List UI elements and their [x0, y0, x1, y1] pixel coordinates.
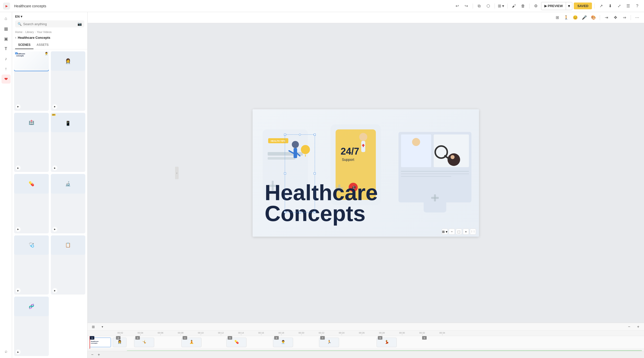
ruler-mark-4: 00:10 — [191, 332, 211, 335]
scene-play-1[interactable]: ▶ — [16, 104, 21, 109]
ruler-mark-5: 00:12 — [211, 332, 231, 335]
scene-thumb-4[interactable]: 24/7 📱 ▶ — [51, 113, 86, 172]
grid-view-toggle[interactable]: ⊞ ▾ — [442, 229, 448, 235]
share-button[interactable]: ↗ — [597, 2, 605, 10]
ruler-mark-11: 00:24 — [332, 332, 352, 335]
search-icon: 🔍 — [18, 22, 22, 26]
sidebar-item-home[interactable]: ⌂ — [2, 14, 11, 23]
camera-icon[interactable]: 📷 — [77, 22, 82, 26]
music-track-bar[interactable] — [127, 350, 642, 351]
sidebar-item-media[interactable]: ▣ — [2, 34, 11, 43]
scene-thumb-1[interactable]: Healthcareconcepts ▶ 👨‍⚕️ ▶ — [14, 51, 49, 111]
ruler-mark-0: 00:02 — [110, 332, 130, 335]
main-layout: ⌂ ▦ ▣ T ♪ ↑ ❤ ⌕ EN ▾ 🔍 📷 Home › Library … — [0, 12, 644, 358]
forward-button[interactable]: ⇒ — [621, 14, 628, 21]
scene-thumb-7[interactable]: 🩺 ▶ — [14, 235, 49, 295]
scene-play-3[interactable]: ▶ — [16, 165, 21, 170]
duplicate-button[interactable]: ⧉ — [475, 2, 483, 10]
pan-button[interactable]: ✥ — [612, 14, 619, 21]
scenes-grid: Healthcareconcepts ▶ 👨‍⚕️ ▶ 👩‍⚕️ ▶ — [12, 49, 87, 358]
scene-play-5[interactable]: ▶ — [16, 227, 21, 232]
timeline-add-button[interactable]: − — [625, 323, 633, 331]
canvas[interactable]: HEALTH TIPS 24/7 — [253, 109, 479, 237]
remove-scene-button[interactable]: − — [90, 352, 95, 357]
transition-button[interactable]: ⇥ — [602, 14, 610, 21]
timeline-grid-button[interactable]: ⊞ — [90, 323, 97, 331]
timeline-bottom-row: − + — [88, 351, 644, 358]
settings-button[interactable]: ⚙ — [532, 2, 540, 10]
scene-play-4[interactable]: ▶ — [52, 165, 57, 170]
canvas-title-line1: Healthcare — [265, 182, 378, 203]
timeline-scenes-row: Healthcareconcepts 👩‍⚕️ 1 2 � — [88, 336, 644, 349]
tab-scenes[interactable]: SCENES — [15, 41, 33, 49]
scene-thumb-9[interactable]: 🧬 ▶ — [14, 297, 49, 356]
fit-button[interactable]: ⬚ — [456, 229, 462, 235]
scene-thumb-2[interactable]: 👩‍⚕️ ▶ — [51, 51, 86, 111]
preview-main-button[interactable]: ▶ PREVIEW — [541, 2, 566, 10]
sidebar-item-search[interactable]: ⌕ — [2, 347, 11, 356]
ruler-marks: 00:02 00:04 00:06 00:08 00:10 — [110, 332, 452, 335]
help-button[interactable]: ? — [633, 2, 641, 10]
layers-button[interactable]: ⊞ ▾ — [497, 2, 505, 10]
breadcrumb-library[interactable]: Library — [25, 30, 34, 33]
lang-label: EN — [15, 15, 20, 18]
sidebar-item-brand[interactable]: ❤ — [2, 75, 11, 84]
icon-bar: ⌂ ▦ ▣ T ♪ ↑ ❤ ⌕ — [0, 12, 12, 358]
figure-button[interactable]: 🚶 — [562, 14, 570, 21]
emoji-button[interactable]: 😊 — [572, 14, 579, 21]
back-icon[interactable]: ‹ — [15, 35, 16, 40]
paint-button[interactable]: 🖌 — [510, 2, 518, 10]
timeline-track-area: Healthcareconcepts 👩‍⚕️ 1 2 � — [88, 336, 644, 351]
timeline-collapse-button[interactable]: ▾ — [99, 323, 106, 331]
breadcrumb-your-videos[interactable]: Your Videos — [37, 30, 52, 33]
app-header: ▶ Healthcare concepts ↩ ↪ ⧉ ⬡ ⊞ ▾ 🖌 🗑 ⚙ … — [0, 0, 644, 12]
undo-button[interactable]: ↩ — [454, 2, 461, 10]
scene-thumb-5[interactable]: 💊 ▶ — [14, 174, 49, 233]
scene-thumb-3[interactable]: 🏥 ▶ — [14, 113, 49, 172]
scene-badge-4: 4 — [183, 336, 187, 340]
logo-icon: ▶ — [6, 4, 8, 8]
download-button[interactable]: ⬇ — [606, 2, 614, 10]
zoom-out-button[interactable]: − — [449, 229, 455, 235]
sidebar-item-music[interactable]: ♪ — [2, 54, 11, 63]
canvas-bottom-controls: ⊞ ▾ − ⬚ + ⋮⋮ — [442, 229, 476, 235]
scene-play-8[interactable]: ▶ — [52, 288, 57, 293]
language-selector[interactable]: EN ▾ — [15, 15, 84, 18]
search-input[interactable] — [23, 22, 76, 26]
scene-play-7[interactable]: ▶ — [16, 288, 21, 293]
ruler-mark-12: 00:26 — [352, 332, 372, 335]
menu-button[interactable]: ☰ — [624, 2, 632, 10]
scene-play-6[interactable]: ▶ — [52, 227, 57, 232]
more-view-button[interactable]: ⋮⋮ — [470, 229, 476, 235]
mic-button[interactable]: 🎤 — [581, 14, 588, 21]
scene-thumb-8[interactable]: 📋 ▶ — [51, 235, 86, 295]
resize-button[interactable]: ⤢ — [615, 2, 623, 10]
scene-play-9[interactable]: ▶ — [16, 349, 21, 354]
document-title: Healthcare concepts — [14, 4, 46, 8]
sidebar-item-text[interactable]: T — [2, 44, 11, 53]
panel-collapse-button[interactable]: ‹ — [175, 167, 179, 179]
template-button[interactable]: ⬡ — [485, 2, 492, 10]
redo-button[interactable]: ↪ — [463, 2, 470, 10]
sidebar-item-upload[interactable]: ↑ — [2, 64, 11, 74]
svg-rect-34 — [401, 171, 469, 172]
grid-view-button[interactable]: ⊞ — [553, 14, 561, 21]
timeline-ruler: 00:02 00:04 00:06 00:08 00:10 — [88, 331, 644, 336]
ruler-mark-14: 00:30 — [392, 332, 412, 335]
scene-play-2[interactable]: ▶ — [52, 104, 57, 109]
sidebar-item-templates[interactable]: ▦ — [2, 24, 11, 33]
scene-badge-8: 8 — [378, 336, 382, 340]
scene-thumb-6[interactable]: 🔬 ▶ — [51, 174, 86, 233]
saved-button[interactable]: SAVED — [574, 3, 592, 9]
timeline-controls-row: ⊞ ▾ − + — [88, 323, 644, 331]
color-button[interactable]: 🎨 — [590, 14, 597, 21]
tab-assets[interactable]: ASSETS — [33, 41, 52, 49]
zoom-in-button[interactable]: + — [463, 229, 469, 235]
preview-dropdown-button[interactable]: ▾ — [566, 2, 572, 10]
toolbar-separator-2 — [495, 4, 495, 9]
add-scene-button[interactable]: + — [96, 352, 102, 357]
more-options-button[interactable]: ⋯ — [633, 14, 641, 21]
delete-button[interactable]: 🗑 — [519, 2, 527, 10]
breadcrumb-home[interactable]: Home — [15, 30, 22, 33]
timeline-remove-button[interactable]: + — [634, 323, 642, 331]
